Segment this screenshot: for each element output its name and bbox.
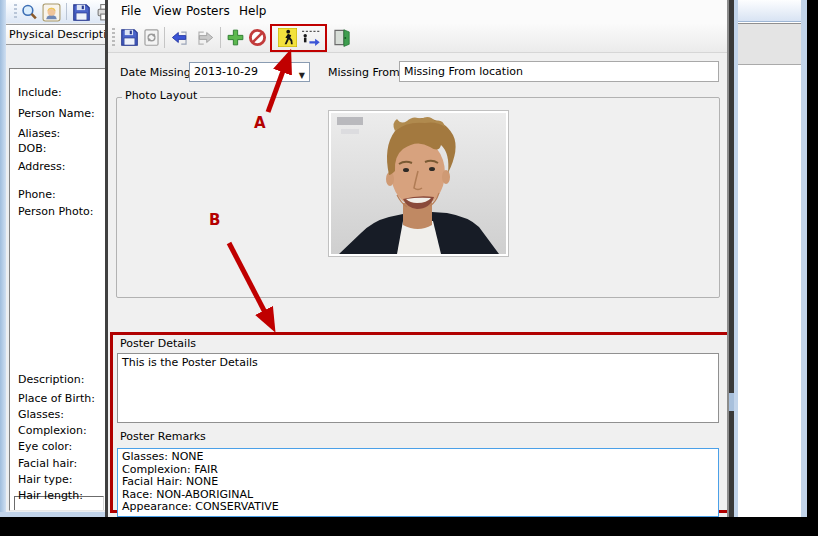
menu-view[interactable]: View: [153, 4, 181, 18]
menu-file[interactable]: File: [121, 4, 141, 18]
physical-description-panel: Include:Person Name:Aliases:DOB:Address:…: [9, 68, 106, 511]
field-label: Person Name:: [18, 107, 95, 120]
back-icon[interactable]: [170, 28, 190, 47]
contact-icon[interactable]: [42, 3, 61, 22]
menu-bar: FileViewPostersHelp: [108, 0, 727, 23]
field-label: Eye color:: [18, 440, 72, 453]
person-photo: [328, 110, 509, 257]
refresh-icon[interactable]: [142, 28, 162, 47]
save-icon[interactable]: [72, 3, 91, 22]
photo-layout-label: Photo Layout: [122, 89, 200, 102]
field-label: Hair length:: [18, 489, 83, 502]
toolbar-separator: [66, 3, 67, 20]
poster-remarks-label: Poster Remarks: [120, 430, 206, 443]
toolbar-grip: [14, 4, 17, 20]
add-icon[interactable]: [226, 28, 246, 47]
field-label: Person Photo:: [18, 205, 94, 218]
dialog-toolbar: [108, 23, 727, 53]
window-left-border: [0, 0, 6, 517]
toolbar-grip: [112, 28, 115, 48]
section-title: Physical Description: [9, 28, 117, 41]
toolbar-separator: [220, 27, 221, 48]
right-panel-header: [738, 23, 801, 65]
missing-from-input[interactable]: Missing From location: [399, 61, 719, 82]
chevron-down-icon[interactable]: ▼: [299, 67, 305, 85]
menu-help[interactable]: Help: [239, 4, 266, 18]
section-header: Physical Description: [3, 24, 117, 45]
person-track-icon[interactable]: [301, 28, 321, 47]
date-missing-value: 2013-10-29: [194, 65, 258, 78]
background-right-panel: [734, 0, 807, 517]
poster-dialog: FileViewPostersHelp Date Missing 2013-10…: [105, 0, 729, 517]
field-label: Glasses:: [18, 408, 64, 421]
annotation-letter-a: A: [254, 114, 266, 132]
date-missing-combobox[interactable]: 2013-10-29 ▼: [189, 62, 310, 82]
annotation-letter-b: B: [209, 211, 220, 229]
poster-remarks-textarea[interactable]: Glasses: NONEComplexion: FAIRFacial Hair…: [117, 448, 719, 517]
field-label: Aliases:: [18, 127, 60, 140]
poster-details-textarea[interactable]: This is the Poster Details: [117, 353, 719, 423]
save-icon[interactable]: [120, 28, 140, 47]
remarks-line: Facial Hair: NONE: [122, 476, 714, 489]
missing-from-label: Missing From: [328, 66, 400, 79]
field-label: Address:: [18, 160, 66, 173]
field-label: Facial hair:: [18, 457, 77, 470]
field-label: Place of Birth:: [18, 392, 95, 405]
search-icon[interactable]: [20, 3, 39, 22]
field-label: Phone:: [18, 188, 56, 201]
cancel-icon[interactable]: [248, 28, 268, 47]
forward-icon[interactable]: [196, 28, 216, 47]
date-missing-label: Date Missing: [120, 66, 191, 79]
field-label: Include:: [18, 86, 62, 99]
right-panel-topband: [738, 0, 801, 22]
toolbar-separator: [164, 27, 165, 48]
menu-posters[interactable]: Posters: [186, 4, 230, 18]
missing-person-icon[interactable]: [278, 28, 298, 47]
remarks-line: Appearance: CONSERVATIVE: [122, 501, 714, 514]
field-label: DOB:: [18, 142, 46, 155]
field-label: Description:: [18, 373, 84, 386]
field-label: Hair type:: [18, 473, 72, 486]
poster-details-label: Poster Details: [120, 337, 196, 350]
remarks-line: Glasses: NONE: [122, 451, 714, 464]
field-label: Complexion:: [18, 424, 87, 437]
exit-icon[interactable]: [332, 28, 352, 47]
screenshot-canvas: Physical Description Include:Person Name…: [0, 0, 818, 536]
